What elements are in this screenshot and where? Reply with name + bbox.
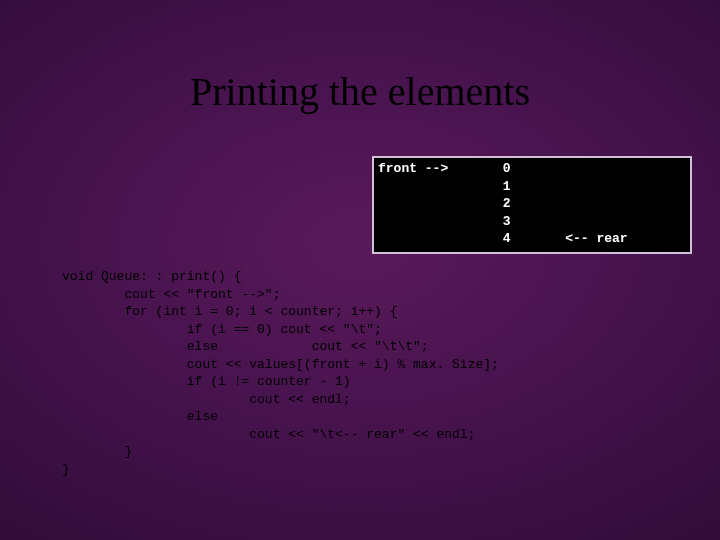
console-output: front --> 0 1 2 3 4 <-- rear <box>372 156 692 254</box>
slide: Printing the elements front --> 0 1 2 3 … <box>0 0 720 540</box>
slide-title: Printing the elements <box>0 68 720 115</box>
code-listing: void Queue: : print() { cout << "front -… <box>62 268 499 479</box>
